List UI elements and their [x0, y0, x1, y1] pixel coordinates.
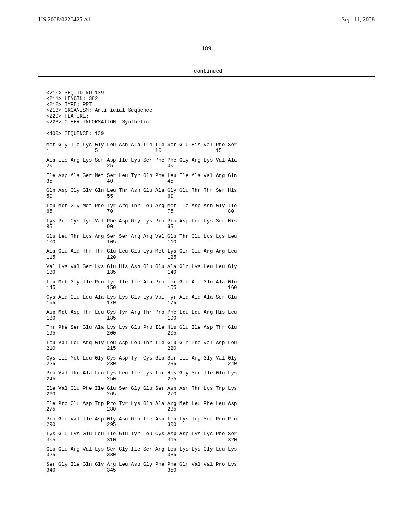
sequence-row: Gln Asp Gly Gly Gln Leu Thr Asn Glu Ala … [38, 188, 375, 200]
publication-date: Sep. 11, 2008 [342, 16, 375, 23]
position-line: 20 25 30 [46, 163, 375, 169]
aa-line: Gln Asp Gly Gly Gln Leu Thr Asn Glu Ala … [46, 188, 375, 193]
sequence-row: Ile Pro Glu Asp Trp Pro Tyr Lys Gln Ala … [38, 401, 375, 413]
sequence-row: Leu Met Gly Ile Pro Tyr Ile Ile Ala Pro … [38, 279, 375, 291]
aa-line: Leu Val Leu Arg Gly Leu Asp Leu Thr Ile … [46, 340, 375, 346]
position-line: 1 5 10 15 [46, 148, 375, 154]
sequence-row: Cys Ile Met Leu Gly Cys Asp Tyr Cys Glu … [38, 355, 375, 367]
sequence-row: Ser Gly Ile Gln Gly Arg Leu Asp Gly Phe … [38, 462, 375, 474]
position-line: 195 200 205 [46, 330, 375, 336]
sequence-row: Leu Val Leu Arg Gly Leu Asp Leu Thr Ile … [38, 340, 375, 352]
position-line: 325 330 335 [46, 452, 375, 458]
sequence-row: Lys Glu Lys Glu Leu Ile Glu Tyr Leu Cys … [38, 431, 375, 443]
sequence-row: Lys Pro Cys Tyr Val Phe Asp Gly Lys Pro … [38, 218, 375, 230]
sequence-row: Glu Glu Arg Val Lys Ser Gly Ile Ser Arg … [38, 447, 375, 458]
position-line: 290 295 300 [46, 422, 375, 428]
aa-line: Glu Leu Thr Lys Arg Ser Ser Arg Arg Val … [46, 234, 375, 239]
position-line: 115 120 125 [46, 255, 375, 260]
aa-line: Cys Ile Met Leu Gly Cys Asp Tyr Cys Glu … [46, 355, 375, 361]
aa-line: Asp Met Asp Thr Leu Cys Tyr Arg Thr Pro … [46, 310, 375, 315]
sequence-row: Cys Ala Glu Leu Ala Lys Lys Gly Lys Val … [38, 295, 375, 306]
aa-line: Ser Gly Ile Gln Gly Arg Leu Asp Gly Phe … [46, 462, 375, 468]
sequence-row: Glu Leu Thr Lys Arg Ser Ser Arg Arg Val … [38, 234, 375, 245]
position-line: 65 70 75 80 [46, 209, 375, 214]
position-line: 180 185 190 [46, 316, 375, 321]
sequence-row: Ala Glu Ala Thr Thr Glu Leu Glu Lys Met … [38, 249, 375, 260]
aa-line: Lys Glu Lys Glu Leu Ile Glu Tyr Leu Cys … [46, 431, 375, 437]
sequence-listing: Met Gly Ile Lys Gly Leu Asn Ala Ile Ile … [38, 142, 375, 474]
aa-line: Glu Glu Arg Val Lys Ser Gly Ile Ser Arg … [46, 447, 375, 452]
sequence-row: Asp Met Asp Thr Leu Cys Tyr Arg Thr Pro … [38, 310, 375, 321]
sequence-row: Ala Ile Arg Lys Ser Asp Ile Lys Ser Phe … [38, 158, 375, 169]
aa-line: Leu Met Gly Met Phe Tyr Arg Thr Leu Arg … [46, 203, 375, 209]
patent-page: US 2008/0220425 A1 Sep. 11, 2008 189 -co… [0, 0, 413, 493]
position-line: 85 90 95 [46, 224, 375, 230]
sequence-row: Ile Asp Ala Ser Met Ser Leu Tyr Gln Phe … [38, 173, 375, 185]
position-line: 165 170 175 [46, 300, 375, 306]
position-line: 225 230 235 240 [46, 361, 375, 367]
sequence-row: Met Gly Ile Lys Gly Leu Asn Ala Ile Ile … [38, 142, 375, 154]
page-number: 189 [38, 45, 375, 52]
position-line: 305 310 315 320 [46, 437, 375, 443]
aa-line: Cys Ala Glu Leu Ala Lys Lys Gly Lys Val … [46, 295, 375, 300]
sequence-row: Leu Met Gly Met Phe Tyr Arg Thr Leu Arg … [38, 203, 375, 215]
page-header: US 2008/0220425 A1 Sep. 11, 2008 [38, 16, 375, 23]
sequence-row: Pro Glu Val Ile Asp Gly Asn Glu Ile Asn … [38, 416, 375, 428]
sequence-row: Thr Phe Ser Glu Ala Lys Lys Glu Pro Ile … [38, 325, 375, 337]
position-line: 245 250 255 [46, 376, 375, 382]
position-line: 130 135 140 [46, 270, 375, 275]
position-line: 145 150 155 160 [46, 285, 375, 291]
aa-line: Ile Pro Glu Asp Trp Pro Tyr Lys Gln Ala … [46, 401, 375, 407]
position-line: 50 55 60 [46, 194, 375, 200]
aa-line: Ala Ile Arg Lys Ser Asp Ile Lys Ser Phe … [46, 158, 375, 163]
sequence-row: Val Lys Val Ser Lys Glu His Asn Glu Glu … [38, 264, 375, 276]
position-line: 340 345 350 [46, 468, 375, 473]
aa-line: Ile Val Glu Phe Ile Glu Ser Gly Glu Ser … [46, 386, 375, 391]
aa-line: Pro Val Thr Ala Leu Lys Leu Ile Lys Thr … [46, 370, 375, 376]
continued-label: -continued [38, 68, 375, 74]
aa-line: Lys Pro Cys Tyr Val Phe Asp Gly Lys Pro … [46, 218, 375, 224]
publication-number: US 2008/0220425 A1 [38, 16, 91, 23]
aa-line: Ala Glu Ala Thr Thr Glu Leu Glu Lys Met … [46, 249, 375, 254]
sequence-metadata: <210> SEQ ID NO 139 <211> LENGTH: 382 <2… [46, 90, 375, 137]
position-line: 260 265 270 [46, 391, 375, 397]
aa-line: Thr Phe Ser Glu Ala Lys Lys Glu Pro Ile … [46, 325, 375, 330]
aa-line: Pro Glu Val Ile Asp Gly Asn Glu Ile Asn … [46, 416, 375, 422]
position-line: 35 40 45 [46, 179, 375, 184]
sequence-row: Pro Val Thr Ala Leu Lys Leu Ile Lys Thr … [38, 370, 375, 382]
aa-line: Ile Asp Ala Ser Met Ser Leu Tyr Gln Phe … [46, 173, 375, 179]
aa-line: Val Lys Val Ser Lys Glu His Asn Glu Glu … [46, 264, 375, 270]
sequence-row: Ile Val Glu Phe Ile Glu Ser Gly Glu Ser … [38, 386, 375, 397]
aa-line: Met Gly Ile Lys Gly Leu Asn Ala Ile Ile … [46, 142, 375, 148]
position-line: 100 105 110 [46, 239, 375, 245]
section-rule [38, 76, 375, 78]
position-line: 275 280 285 [46, 407, 375, 412]
aa-line: Leu Met Gly Ile Pro Tyr Ile Ile Ala Pro … [46, 279, 375, 285]
position-line: 210 215 220 [46, 346, 375, 351]
